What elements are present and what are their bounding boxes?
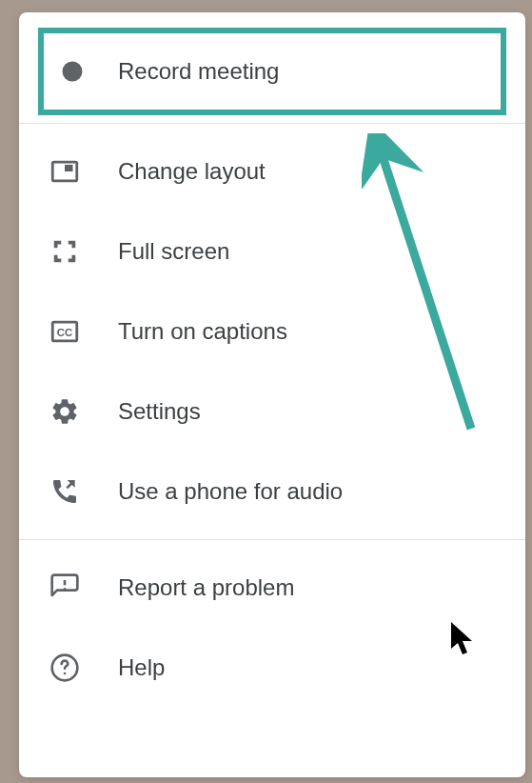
use-phone-audio-item[interactable]: Use a phone for audio (19, 452, 525, 532)
svg-point-6 (64, 588, 67, 591)
help-label: Help (118, 654, 165, 681)
help-icon (46, 649, 84, 687)
help-item[interactable]: Help (19, 628, 525, 708)
record-meeting-label: Record meeting (118, 58, 279, 85)
menu-divider (19, 539, 525, 540)
feedback-icon (46, 569, 84, 607)
settings-item[interactable]: Settings (19, 371, 525, 452)
svg-text:CC: CC (57, 327, 72, 338)
svg-point-0 (63, 62, 83, 82)
change-layout-label: Change layout (118, 158, 266, 185)
full-screen-item[interactable]: Full screen (19, 211, 525, 291)
settings-label: Settings (118, 398, 201, 425)
turn-on-captions-item[interactable]: CC Turn on captions (19, 291, 525, 371)
report-problem-item[interactable]: Report a problem (19, 548, 525, 628)
fullscreen-icon (46, 232, 84, 271)
menu-divider (19, 123, 525, 124)
captions-label: Turn on captions (118, 318, 287, 345)
phone-audio-icon (46, 472, 84, 511)
layout-icon (46, 152, 84, 191)
svg-rect-2 (65, 165, 73, 171)
options-menu: Record meeting Change layout Full screen… (19, 12, 525, 777)
record-meeting-item[interactable]: Record meeting (38, 28, 506, 115)
svg-point-8 (64, 673, 67, 675)
settings-icon (46, 392, 84, 431)
phone-audio-label: Use a phone for audio (118, 478, 343, 505)
report-problem-label: Report a problem (118, 574, 294, 601)
captions-icon: CC (46, 312, 84, 351)
change-layout-item[interactable]: Change layout (19, 131, 525, 211)
record-icon (53, 52, 91, 90)
full-screen-label: Full screen (118, 238, 229, 265)
